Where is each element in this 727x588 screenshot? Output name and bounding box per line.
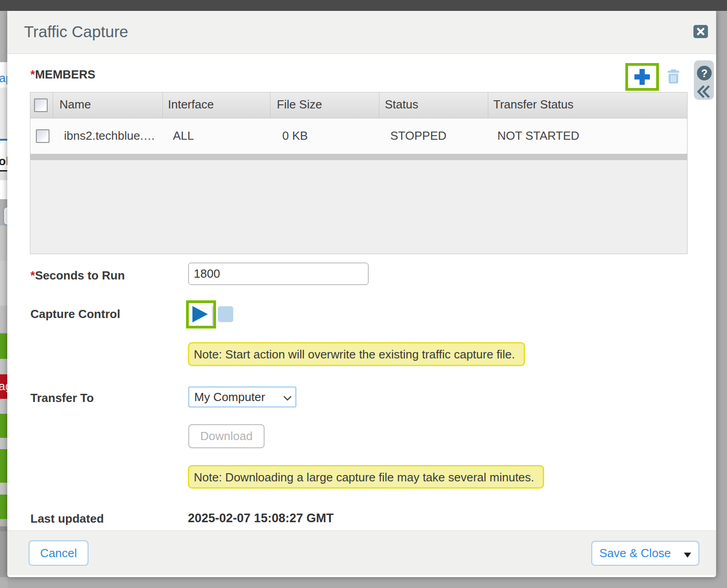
svg-text:?: ?: [701, 68, 707, 79]
